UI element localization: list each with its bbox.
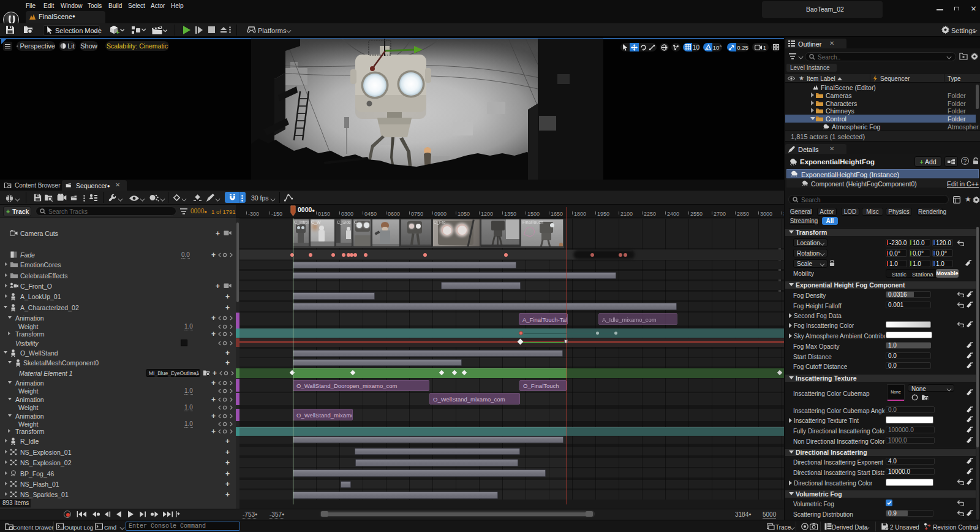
svg-text:+: + — [116, 28, 119, 35]
